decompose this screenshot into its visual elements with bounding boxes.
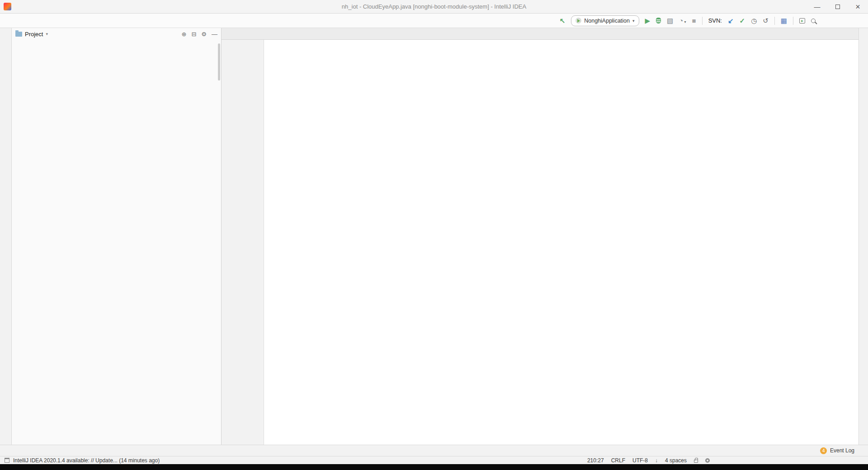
status-bar: IntelliJ IDEA 2020.1.4 available: // Upd… [0, 456, 868, 464]
update-project-icon[interactable]: ↙ [728, 17, 734, 24]
collapse-all-icon[interactable]: ⊟ [191, 31, 196, 38]
toolbar-divider [702, 17, 703, 25]
chevron-down-icon: ▾ [632, 19, 635, 23]
project-panel: Project ▾ ⊕ ⊟ ⚙ — [12, 28, 222, 445]
locate-file-icon[interactable]: ⊕ [182, 31, 187, 38]
download-icon[interactable]: ↓ [655, 457, 658, 464]
code-editor[interactable] [222, 40, 859, 445]
stop-button[interactable]: ■ [692, 17, 696, 24]
project-panel-title[interactable]: Project [25, 31, 43, 38]
search-everywhere-icon[interactable] [811, 19, 816, 23]
tree-scrollbar[interactable] [218, 43, 220, 81]
event-count-badge: 4 [820, 447, 827, 454]
project-panel-header: Project ▾ ⊕ ⊟ ⚙ — [12, 28, 221, 40]
main-content: Project ▾ ⊕ ⊟ ⚙ — [0, 28, 868, 445]
intellij-logo-icon [4, 3, 11, 10]
navigation-toolbar: ↖ NonghiApplication ▾ ▶ ▧ ◔ ▾ ■ SVN: ↙ ✓… [0, 14, 868, 28]
minimize-icon[interactable]: — [807, 0, 827, 14]
right-tool-stripe [859, 28, 868, 445]
project-tree [12, 40, 221, 48]
indent-setting[interactable]: 4 spaces [665, 457, 687, 464]
chevron-down-icon[interactable]: ▾ [46, 32, 48, 36]
run-button[interactable]: ▶ [645, 17, 651, 24]
coverage-button[interactable]: ▧ [667, 17, 673, 24]
editor-area [222, 28, 859, 445]
left-tool-stripe [0, 28, 12, 445]
titlebar: nh_iot - CloudEyeApp.java [nonghi-boot-m… [0, 0, 868, 14]
project-panel-toolbar: ⊕ ⊟ ⚙ — [182, 31, 217, 38]
status-widgets: 210:27 CRLF UTF-8 ↓ 4 spaces [587, 457, 710, 464]
svn-label: SVN: [708, 17, 722, 24]
line-ending[interactable]: CRLF [611, 457, 625, 464]
run-anything-icon[interactable]: ▶ [799, 18, 805, 24]
commit-icon[interactable]: ✓ [740, 17, 745, 24]
hide-panel-icon[interactable]: — [212, 31, 217, 38]
event-log-button[interactable]: 4 Event Log [820, 447, 854, 454]
lock-icon[interactable] [694, 460, 698, 463]
status-message[interactable]: IntelliJ IDEA 2020.1.4 available: // Upd… [13, 457, 160, 464]
profiler-button[interactable]: ◔ ▾ [679, 17, 686, 24]
window-title: nh_iot - CloudEyeApp.java [nonghi-boot-m… [342, 3, 526, 10]
gear-icon[interactable]: ⚙ [201, 31, 207, 38]
project-structure-icon[interactable]: ▦ [781, 17, 787, 24]
toolbar-divider [793, 17, 793, 25]
tool-window-bar: 4 Event Log [0, 445, 868, 456]
debug-button[interactable] [656, 18, 661, 24]
close-icon[interactable]: × [848, 0, 868, 14]
intellij-window: nh_iot - CloudEyeApp.java [nonghi-boot-m… [0, 0, 868, 470]
toolbar-actions: ↖ NonghiApplication ▾ ▶ ▧ ◔ ▾ ■ SVN: ↙ ✓… [560, 15, 868, 26]
navigate-back-icon[interactable]: ↖ [560, 17, 566, 24]
caret-position[interactable]: 210:27 [587, 457, 604, 464]
chevron-down-icon: ▾ [683, 20, 686, 24]
project-icon [15, 32, 22, 37]
run-configuration-select[interactable]: NonghiApplication ▾ [571, 15, 639, 26]
rollback-icon[interactable]: ↺ [763, 17, 769, 24]
event-log-label: Event Log [830, 447, 854, 454]
maximize-icon[interactable] [827, 0, 848, 14]
editor-tabs [222, 28, 859, 40]
notification-icon[interactable] [5, 458, 9, 463]
history-icon[interactable]: ◷ [751, 17, 757, 24]
file-encoding[interactable]: UTF-8 [632, 457, 648, 464]
inspections-icon[interactable] [705, 458, 710, 463]
run-config-label: NonghiApplication [584, 18, 630, 24]
taskbar-strip [0, 464, 868, 470]
run-config-icon [576, 18, 581, 24]
editor-gutter [222, 40, 264, 445]
error-stripe [691, 40, 699, 445]
window-controls: — × [807, 0, 868, 14]
toolbar-divider [774, 17, 775, 25]
